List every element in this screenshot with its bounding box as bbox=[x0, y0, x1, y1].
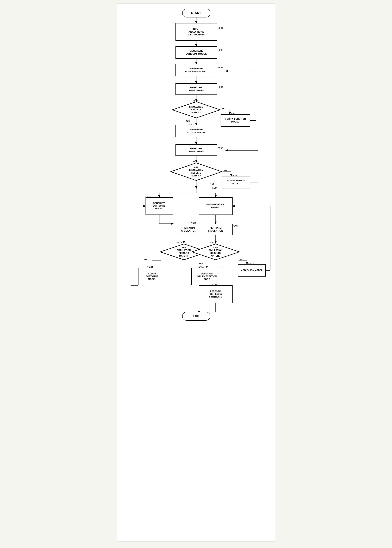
s511-step: S511 bbox=[212, 187, 217, 189]
s504-process: PERFORM SIMULATION bbox=[175, 83, 217, 95]
s510-label: MODIFY MOTION MODEL bbox=[227, 179, 245, 185]
s510-process: MODIFY MOTION MODEL bbox=[222, 176, 250, 188]
s513-decision: ARE SIMULATION RESULTS MATCH? bbox=[191, 243, 240, 261]
s516-process: GENERATE SOFTWARE MODEL bbox=[146, 197, 173, 215]
end-label: END bbox=[193, 315, 199, 318]
s517-label: PERFORM SIMULATION bbox=[181, 227, 196, 233]
s514-label: MODIFY ICA MODEL bbox=[241, 269, 263, 272]
s515-label: PERFORM HIGH-LEVEL SYNTHESIS bbox=[209, 290, 223, 299]
s511-process: GENERATE ICA MODEL bbox=[199, 197, 232, 215]
s517-step: S517 bbox=[191, 222, 196, 225]
s505-step: S505 bbox=[193, 100, 198, 102]
s518-yes-label: YES bbox=[199, 263, 203, 265]
s506-process: MODIFY FUNCTION MODEL bbox=[221, 114, 250, 127]
s516-label: GENERATE SOFTWARE MODEL bbox=[153, 202, 166, 210]
s501-label: INPUT ANALYTICAL INFORMATION bbox=[188, 28, 204, 36]
s508-process: PERFORM SIMULATION bbox=[175, 144, 217, 156]
s516-step: S516 bbox=[146, 195, 151, 198]
s518-no-label: NO bbox=[144, 258, 147, 261]
start-terminal: START bbox=[182, 9, 210, 17]
s514-step: S514 bbox=[248, 263, 254, 265]
s502-process: GENERATE CONCEPT MODEL bbox=[175, 46, 217, 59]
s520-process: GENERATE IMPLEMENTATION CODE bbox=[191, 268, 222, 285]
s513-label: ARE SIMULATION RESULTS MATCH? bbox=[209, 246, 223, 257]
s512-process: PERFORM SIMULATION bbox=[199, 224, 232, 235]
s504-label: PERFORM SIMULATION bbox=[189, 86, 204, 92]
s515-process: PERFORM HIGH-LEVEL SYNTHESIS bbox=[199, 285, 232, 303]
s504-step: S504 bbox=[218, 86, 223, 88]
s519-step: S519 bbox=[147, 266, 152, 269]
s503-label: GENERATE FUNCTION MODEL bbox=[185, 67, 207, 73]
s505-yes-label: YES bbox=[186, 120, 190, 122]
s510-step: S510 bbox=[231, 174, 237, 177]
s507-label: GENERATE MOTION MODEL bbox=[187, 128, 206, 134]
end-terminal: END bbox=[182, 312, 210, 321]
s512-label: PERFORM SIMULATION bbox=[208, 227, 223, 233]
s503-process: GENERATE FUNCTION MODEL bbox=[175, 64, 217, 76]
s518-step: S518 bbox=[176, 241, 182, 244]
s508-step: S508 bbox=[218, 147, 223, 149]
start-label: START bbox=[191, 11, 201, 15]
s505-decision: SIMULATION RESULTS MATCH? bbox=[172, 101, 221, 119]
s514-process: MODIFY ICA MODEL bbox=[238, 264, 266, 277]
s503-step: S503 bbox=[218, 66, 223, 69]
s509-decision: ARE SIMULATION RESULTS MATCH? bbox=[170, 162, 223, 181]
flowchart-inner: START INPUT ANALYTICAL INFORMATION S501 … bbox=[117, 4, 275, 541]
s502-step: S502 bbox=[218, 49, 223, 51]
s508-label: PERFORM SIMULATION bbox=[189, 147, 204, 153]
s506-step: S506 bbox=[230, 113, 235, 115]
s520-step: S520 bbox=[198, 266, 204, 269]
s509-yes-label: YES bbox=[210, 183, 215, 185]
s501-process: INPUT ANALYTICAL INFORMATION bbox=[175, 23, 217, 41]
s507-process: GENERATE MOTION MODEL bbox=[175, 125, 217, 137]
s513-no-label: NO bbox=[240, 258, 243, 261]
s509-step: S509 bbox=[193, 160, 198, 163]
s513-step: S513 bbox=[210, 241, 216, 244]
s506-label: MODIFY FUNCTION MODEL bbox=[225, 118, 246, 123]
s502-label: GENERATE CONCEPT MODEL bbox=[186, 50, 207, 56]
s518-label: ARE SIMULATION RESULTS MATCH? bbox=[177, 246, 191, 257]
s505-no-label: NO bbox=[222, 107, 225, 110]
s509-no-label: NO bbox=[224, 169, 227, 172]
s509-label: ARE SIMULATION RESULTS MATCH? bbox=[189, 166, 203, 177]
s505-label: SIMULATION RESULTS MATCH? bbox=[189, 106, 203, 114]
s520-label: GENERATE IMPLEMENTATION CODE bbox=[197, 272, 217, 281]
flowchart-container: START INPUT ANALYTICAL INFORMATION S501 … bbox=[117, 4, 275, 541]
s515-step: S515 bbox=[212, 284, 217, 286]
s512-step: S512 bbox=[233, 225, 238, 228]
s501-step: S501 bbox=[218, 27, 223, 29]
s519-process: MODIFY SOFTWARE MODEL bbox=[138, 268, 166, 285]
s519-label: MODIFY SOFTWARE MODEL bbox=[146, 272, 159, 281]
s511-label: GENERATE ICA MODEL bbox=[206, 203, 225, 209]
s507-step: S507 bbox=[189, 123, 195, 126]
